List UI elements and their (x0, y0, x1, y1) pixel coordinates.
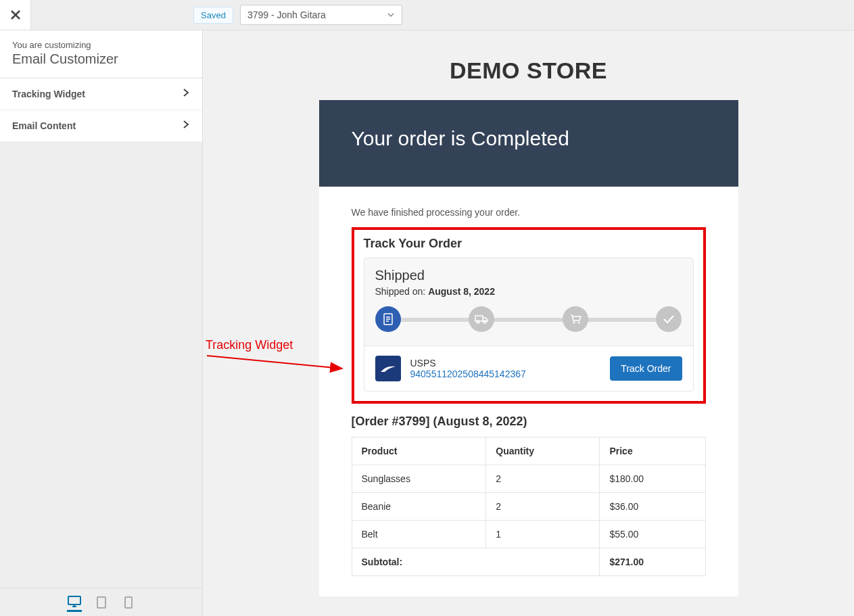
table-row: Sunglasses 2 $180.00 (352, 465, 705, 493)
cell-qty: 2 (486, 465, 600, 493)
processed-message: We have finished processing your order. (352, 207, 706, 218)
svg-point-9 (573, 322, 575, 324)
email-header-title: Your order is Completed (352, 127, 706, 150)
truck-icon (475, 314, 488, 325)
tablet-icon (96, 596, 107, 609)
svg-point-8 (483, 321, 486, 323)
svg-point-10 (577, 322, 579, 324)
track-heading: Track Your Order (364, 237, 694, 251)
you-are-text: You are customizing (12, 40, 190, 50)
desktop-icon (68, 596, 81, 608)
subtotal-label: Subtotal: (352, 548, 600, 576)
cell-qty: 2 (486, 493, 600, 521)
topbar: Saved 3799 - Jonh Gitara (0, 0, 854, 30)
ship-date-row: Shipped on: August 8, 2022 (364, 286, 693, 306)
sidebar-item-label: Tracking Widget (12, 89, 85, 99)
order-select[interactable]: 3799 - Jonh Gitara (240, 5, 402, 25)
carrier-row: USPS 940551120250844514​2367 Track Order (364, 346, 693, 391)
progress-step-delivered (656, 306, 682, 332)
email-header: Your order is Completed (319, 100, 738, 187)
chevron-down-icon (387, 11, 395, 19)
cart-icon (569, 314, 582, 325)
cell-price: $36.00 (600, 493, 705, 521)
cell-price: $180.00 (600, 465, 705, 493)
sidebar-item-label: Email Content (12, 120, 76, 131)
store-title: DEMO STORE (319, 57, 738, 84)
desktop-view-button[interactable] (67, 597, 82, 612)
table-row: Beanie 2 $36.00 (352, 493, 705, 521)
svg-rect-2 (125, 597, 132, 608)
chevron-right-icon (182, 120, 190, 132)
order-heading: [Order #3799] (August 8, 2022) (352, 414, 706, 429)
sidebar-item-email-content[interactable]: Email Content (0, 110, 202, 142)
svg-rect-0 (68, 596, 80, 605)
sidebar: You are customizing Email Customizer Tra… (0, 30, 203, 616)
annotation-label: Tracking Widget (206, 338, 293, 352)
tracking-widget-highlight: Track Your Order Shipped Shipped on: Aug… (352, 227, 706, 404)
track-card: Shipped Shipped on: August 8, 2022 (364, 258, 694, 392)
shipping-progress (375, 306, 682, 333)
svg-rect-1 (97, 597, 105, 608)
progress-step-outfordelivery (563, 306, 588, 332)
table-row: Belt 1 $55.00 (352, 521, 705, 548)
svg-point-7 (477, 321, 479, 323)
order-table: Product Quantity Price Sunglasses 2 $180… (352, 437, 706, 576)
progress-step-shipped (469, 306, 494, 332)
email-card: Your order is Completed We have finished… (319, 100, 738, 596)
mobile-view-button[interactable] (121, 595, 136, 610)
usps-logo (375, 356, 401, 381)
col-price: Price (600, 437, 705, 465)
customizing-header: You are customizing Email Customizer (0, 30, 202, 78)
mobile-icon (124, 596, 133, 609)
carrier-name: USPS (410, 358, 526, 369)
check-icon (663, 314, 675, 324)
ship-status: Shipped (364, 258, 693, 286)
saved-button[interactable]: Saved (193, 7, 233, 24)
cell-product: Sunglasses (352, 465, 486, 493)
sidebar-item-tracking-widget[interactable]: Tracking Widget (0, 78, 202, 110)
eagle-icon (379, 362, 397, 375)
shipped-on-label: Shipped on: (375, 286, 429, 297)
tracking-number-link[interactable]: 940551120250844514​2367 (410, 369, 526, 379)
preview-pane: Tracking Widget DEMO STORE Your order is… (203, 30, 854, 616)
cell-product: Beanie (352, 493, 486, 521)
close-button[interactable] (0, 0, 31, 30)
order-select-value: 3799 - Jonh Gitara (247, 9, 326, 20)
cell-qty: 1 (486, 521, 600, 548)
col-product: Product (352, 437, 486, 465)
subtotal-row: Subtotal: $271.00 (352, 548, 705, 576)
document-icon (383, 313, 394, 325)
chevron-right-icon (182, 88, 190, 100)
col-quantity: Quantity (486, 437, 600, 465)
cell-product: Belt (352, 521, 486, 548)
track-order-button[interactable]: Track Order (610, 356, 682, 381)
tablet-view-button[interactable] (94, 595, 109, 610)
cell-price: $55.00 (600, 521, 705, 548)
section-title: Email Customizer (12, 51, 190, 67)
progress-step-ordered (375, 306, 401, 332)
close-icon (10, 9, 21, 20)
subtotal-value: $271.00 (600, 548, 705, 576)
device-bar (0, 588, 202, 616)
shipped-on-date: August 8, 2022 (428, 286, 495, 297)
